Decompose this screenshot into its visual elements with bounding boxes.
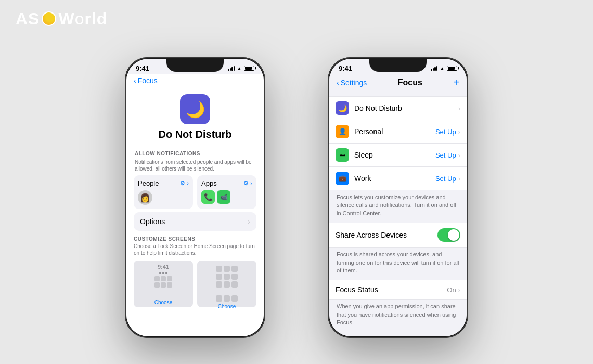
sleep-list-label: Sleep [354,151,435,159]
apps-label: Apps [201,179,217,187]
options-row[interactable]: Options › [134,212,256,231]
dnd-icon-wrap: 🌙 [336,101,349,115]
app-icons-row: 📞 📹 [201,190,252,204]
apps-settings-icon: ⚙ › [243,180,252,187]
list-item-work[interactable]: 💼 Work Set Up › [329,167,467,190]
phone-1-screen: 9:41 ▲ [126,59,264,336]
customize-section: CUSTOMIZE SCREENS Choose a Lock Screen o… [126,236,264,256]
list-item-personal[interactable]: 👤 Personal Set Up › [329,120,467,144]
focus-list: 🌙 Do Not Disturb › 👤 Personal Set Up › [329,96,467,190]
people-label: People [138,179,159,187]
nav-plus-button[interactable]: + [453,76,459,88]
focus-status-row[interactable]: Focus Status On › [329,280,467,300]
dock-icons [216,295,238,302]
share-label: Share Across Devices [336,231,437,239]
status-icons-1: ▲ [228,66,254,71]
phone-app-icon: 📞 [201,190,215,204]
sleep-icon-wrap: 🛏 [336,148,349,162]
dnd-title: Do Not Disturb [158,128,231,140]
wifi-icon-1: ▲ [237,66,242,71]
back-chevron-1: ‹ [134,76,136,85]
work-list-icon: 💼 [339,175,346,182]
sleep-action: Set Up [435,151,456,159]
back-label-1: Focus [138,76,158,85]
back-button-2[interactable]: ‹ Settings [337,79,367,87]
phone-2: 9:41 ▲ [328,57,468,338]
focus-status-info: When you give an app permission, it can … [329,300,467,330]
status-time-2: 9:41 [339,64,352,72]
home-screen-grid [216,266,238,288]
focus-status-section: Focus Status On › [329,280,467,300]
people-cell[interactable]: People ⚙ › 👩 [134,175,193,209]
phone2-content: ‹ Settings Focus + 🌙 Do Not Disturb › [329,74,467,336]
status-time-1: 9:41 [136,64,149,72]
notifications-row: People ⚙ › 👩 Apps ⚙ › [134,175,256,209]
sleep-list-icon: 🛏 [339,151,345,159]
lock-screen-thumb[interactable]: 9:41 [134,261,193,307]
apps-cell[interactable]: Apps ⚙ › 📞 📹 [197,175,256,209]
choose-label-2[interactable]: Choose [218,304,236,309]
work-list-label: Work [354,174,435,183]
toggle-knob [448,229,459,241]
list-item-dnd[interactable]: 🌙 Do Not Disturb › [329,96,467,120]
logo-text-as: AS [16,9,40,29]
people-settings-icon: ⚙ › [180,180,189,187]
person-avatar: 👩 [138,190,152,205]
dnd-hero: 🌙 Do Not Disturb [126,87,264,146]
choose-label-1[interactable]: Choose [154,300,172,305]
dnd-moon-icon: 🌙 [180,94,210,124]
allow-section-sub: Notifications from selected people and a… [134,159,256,172]
focus-status-value: On [447,286,456,294]
personal-list-label: Personal [354,127,435,136]
signal-icon-1 [228,66,235,71]
nav-bar-2: ‹ Settings Focus + [329,74,467,92]
battery-icon-2 [447,66,457,71]
phone1-content: ‹ Focus 🌙 Do Not Disturb ALLOW NOTIFICAT… [126,74,264,336]
work-action: Set Up [435,175,456,183]
list-item-sleep[interactable]: 🛏 Sleep Set Up › [329,144,467,167]
dnd-chevron: › [458,105,460,112]
thumb-time-1: 9:41 [158,264,169,270]
focus-status-chevron: › [458,286,460,294]
personal-action: Set Up [435,128,456,136]
personal-chevron: › [458,128,460,136]
phone-2-screen: 9:41 ▲ [329,59,467,336]
screen-preview: 9:41 [134,261,256,307]
signal-icon-2 [431,66,437,71]
allow-notifications-section: ALLOW NOTIFICATIONS Notifications from s… [126,151,264,209]
phones-container: 9:41 ▲ [0,0,593,364]
status-icons-2: ▲ [431,66,457,71]
home-screen-thumb[interactable]: Choose [197,261,256,307]
wifi-icon-2: ▲ [440,66,445,71]
options-chevron: › [248,217,250,226]
facetime-app-icon: 📹 [217,190,230,204]
options-label: Options [140,217,165,226]
options-section: Options › [126,212,264,231]
share-info-text: Focus is shared across your devices, and… [329,248,467,280]
dnd-list-icon: 🌙 [338,104,347,112]
logo-text-world: World [58,9,107,29]
notch-1 [166,59,224,72]
work-chevron: › [458,175,460,183]
focus-info-text: Focus lets you customize your devices an… [329,190,467,223]
logo-o-icon [42,11,56,26]
nav-title-2: Focus [398,78,422,87]
allow-section-label: ALLOW NOTIFICATIONS [134,151,256,157]
personal-icon-wrap: 👤 [336,125,349,138]
dnd-list-label: Do Not Disturb [354,104,458,112]
customize-title: CUSTOMIZE SCREENS [134,236,256,242]
screen-dots-1 [159,272,167,274]
logo: AS World [16,9,107,29]
share-toggle-row: Share Across Devices [329,223,467,248]
back-button-1[interactable]: ‹ Focus [134,76,158,85]
personal-list-icon: 👤 [339,128,346,135]
customize-subtitle: Choose a Lock Screen or Home Screen page… [134,243,256,256]
lock-screen-grid [154,276,172,288]
battery-icon-1 [244,66,254,71]
nav-bar-1: ‹ Focus [126,74,264,87]
notch-2 [369,59,427,72]
back-label-2: Settings [341,79,367,87]
share-toggle-switch[interactable] [437,228,460,242]
share-toggle-section: Share Across Devices [329,223,467,248]
sleep-chevron: › [458,151,460,159]
